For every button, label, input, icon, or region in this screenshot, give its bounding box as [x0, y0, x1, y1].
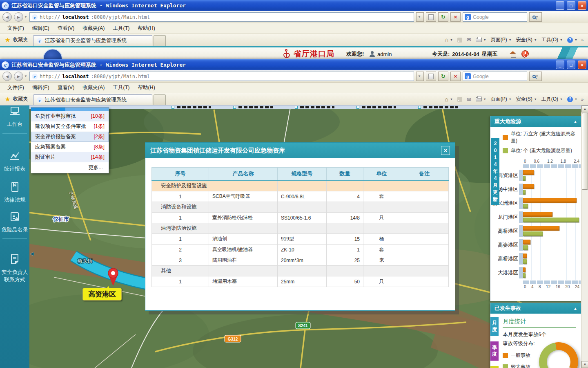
menu-edit[interactable]: 编辑(E) [28, 23, 53, 34]
logout-button[interactable] [521, 50, 529, 58]
new-tab-stub[interactable] [154, 35, 166, 46]
browser-tab[interactable]: e 江苏省港口安全监管与应急管理系统 [33, 94, 152, 105]
menu-favorites[interactable]: 收藏夹(A) [78, 23, 109, 34]
minimize-button[interactable]: _ [556, 1, 564, 10]
stop-button[interactable]: × [450, 72, 461, 81]
hazard-panel-header[interactable]: 重大危险源 ▲ [490, 116, 581, 127]
page-menu-button[interactable]: 页面(P)▼ [489, 94, 514, 104]
history-dropdown-icon[interactable]: ▼ [24, 15, 27, 19]
layer-checkbox-group[interactable] [356, 106, 396, 109]
print-button[interactable]: ▼ [474, 37, 488, 43]
sidebar-item-safety-contacts[interactable]: 安全负责人联系方式 [0, 252, 29, 284]
close-button[interactable]: × [578, 61, 586, 69]
home-shortcut-icon[interactable] [510, 51, 517, 57]
tab-2[interactable]: 年度 [490, 366, 499, 368]
workbench-menu-item[interactable]: 应急预案备案[8条] [31, 142, 109, 152]
compatibility-view-button[interactable] [426, 12, 436, 22]
page-menu-button[interactable]: 页面(P)▼ [489, 35, 514, 45]
tools-menu-button[interactable]: 工具(O)▼ [539, 35, 565, 45]
compatibility-view-button[interactable] [426, 72, 436, 81]
browser-tab[interactable]: e 江苏省港口安全监管与应急管理系统 [33, 35, 152, 46]
menu-file[interactable]: 文件(F) [3, 83, 28, 93]
sidebar-item-workbench[interactable]: 工作台 [0, 105, 29, 129]
back-button[interactable]: ◀ [2, 72, 12, 81]
tools-menu-button[interactable]: 工具(O)▼ [539, 94, 565, 104]
safety-menu-button[interactable]: 安全(S)▼ [514, 35, 539, 45]
favorites-button[interactable]: ★ 收藏夹 [0, 93, 33, 105]
layer-checkbox-group[interactable] [418, 106, 458, 109]
overflow-chevron-icon[interactable]: » [580, 97, 585, 102]
address-bar[interactable]: e http://localhost:8080/yjpt/Main.html [29, 72, 414, 81]
restore-button[interactable]: □ [567, 61, 575, 69]
mail-button[interactable]: ✉ [465, 95, 473, 103]
menu-help[interactable]: 帮助(H) [134, 83, 159, 93]
menu-view[interactable]: 查看(V) [53, 83, 79, 93]
scroll-down-button[interactable]: ▼ [581, 361, 588, 368]
close-button[interactable]: × [578, 1, 586, 10]
help-button[interactable]: ?▼ [565, 95, 579, 103]
minimize-button[interactable]: _ [556, 61, 564, 69]
address-bar[interactable]: e http://localhost:8080/yjpt/Main.html [29, 12, 414, 22]
bar-volume [523, 212, 552, 217]
search-button[interactable]: ▼ [529, 72, 542, 81]
axis-band-segment [519, 252, 523, 266]
accident-panel-header[interactable]: 已发生事故 ▲ [490, 303, 581, 314]
address-dropdown-button[interactable]: ▼ [416, 12, 424, 22]
menu-view[interactable]: 查看(V) [53, 23, 79, 34]
sidebar-collapse-icon[interactable]: ◀ [30, 251, 33, 256]
table-cell [400, 276, 449, 287]
layer-checkbox-group[interactable] [233, 106, 273, 109]
favorites-button[interactable]: ★ 收藏夹 [0, 34, 33, 46]
rss-button[interactable] [455, 96, 464, 103]
collapse-up-icon[interactable]: ▲ [573, 119, 577, 124]
home-button[interactable]: ⌂▼ [443, 35, 455, 45]
search-input[interactable]: g Google [463, 12, 527, 22]
new-tab-stub[interactable] [154, 94, 166, 105]
layer-checkbox-group[interactable] [172, 106, 211, 109]
scrollbar-thumb[interactable] [582, 113, 588, 190]
home-button[interactable]: ⌂▼ [443, 94, 455, 104]
tab-1[interactable]: 季度 [490, 341, 499, 361]
safety-menu-button[interactable]: 安全(S)▼ [514, 94, 539, 104]
overflow-chevron-icon[interactable]: » [580, 38, 585, 43]
address-dropdown-button[interactable]: ▼ [416, 72, 424, 81]
stop-button[interactable]: × [450, 12, 461, 22]
back-button[interactable]: ◀ [2, 12, 12, 22]
workbench-menu-item[interactable]: 危货作业申报审批[10条] [31, 111, 109, 121]
refresh-button[interactable]: ↻ [438, 12, 448, 22]
sidebar-item-hazmat-list[interactable]: 危险品名录 [0, 209, 29, 234]
help-button[interactable]: ?▼ [565, 36, 579, 44]
workbench-menu-item[interactable]: 建设项目安全条件审批[1条] [31, 121, 109, 132]
scroll-up-button[interactable]: ▲ [581, 105, 588, 112]
menu-tools[interactable]: 工具(T) [109, 23, 134, 34]
menu-favorites[interactable]: 收藏夹(A) [78, 83, 109, 93]
port-zone-label[interactable]: 高资港区 [82, 288, 122, 301]
sidebar-item-reports[interactable]: 统计报表 [0, 148, 29, 173]
rss-button[interactable] [455, 36, 464, 44]
search-input[interactable]: g Google [463, 72, 527, 81]
menu-help[interactable]: 帮助(H) [134, 23, 159, 34]
history-dropdown-icon[interactable]: ▼ [24, 74, 27, 78]
mail-button[interactable]: ✉ [465, 36, 473, 44]
collapse-up-icon[interactable]: ▲ [573, 306, 577, 311]
menu-more-button[interactable]: 更多... [31, 162, 109, 173]
forward-button[interactable]: ▶ [14, 12, 23, 22]
layer-checkbox-group[interactable] [295, 106, 334, 109]
empty-cell [363, 202, 400, 213]
restore-button[interactable]: □ [567, 1, 575, 10]
menu-item-count: [8条] [94, 144, 105, 150]
checkbox-icon [172, 106, 174, 109]
menu-edit[interactable]: 编辑(E) [28, 83, 53, 93]
search-button[interactable]: ▼ [529, 12, 542, 22]
forward-button[interactable]: ▶ [14, 72, 23, 81]
vertical-scrollbar[interactable]: ▲ ▼ [581, 105, 588, 368]
refresh-button[interactable]: ↻ [438, 72, 448, 81]
workbench-menu-item[interactable]: 附证审片[14条] [31, 152, 109, 162]
print-button[interactable]: ▼ [474, 96, 488, 103]
menu-file[interactable]: 文件(F) [3, 23, 28, 34]
menu-tools[interactable]: 工具(T) [109, 83, 134, 93]
workbench-menu-item[interactable]: 安全评价报告备案[2条] [31, 132, 109, 142]
sidebar-item-laws[interactable]: 法律法规 [0, 180, 29, 204]
tab-0[interactable]: 月度 [490, 317, 499, 336]
modal-close-button[interactable]: × [441, 146, 450, 155]
